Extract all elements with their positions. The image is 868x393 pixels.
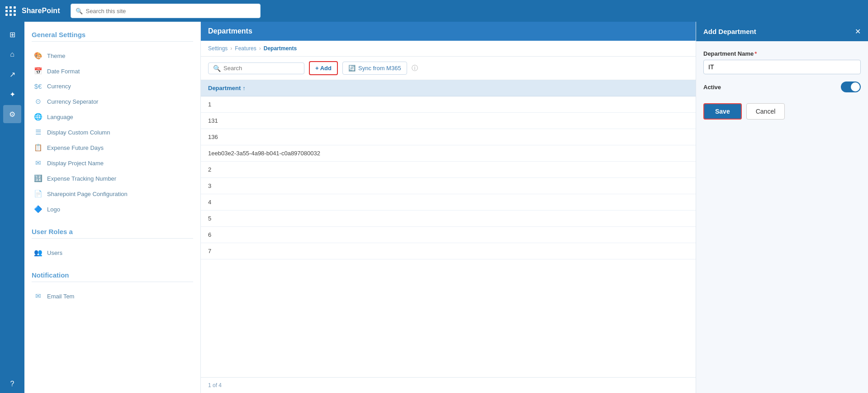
department-search-input[interactable] bbox=[223, 65, 299, 72]
top-nav: SharePoint 🔍 bbox=[0, 0, 868, 22]
settings-item-expense-future[interactable]: 📋 Expense Future Days bbox=[32, 140, 193, 155]
settings-item-logo[interactable]: 🔷 Logo bbox=[32, 201, 193, 217]
active-toggle[interactable] bbox=[841, 81, 861, 92]
settings-item-sharepoint-page-label: Sharepoint Page Configuration bbox=[47, 191, 128, 197]
sidebar-item-settings[interactable]: ⚙ bbox=[3, 105, 21, 123]
departments-toolbar: 🔍 + Add 🔄 Sync from M365 ⓘ bbox=[201, 57, 696, 80]
breadcrumb: Settings › Features › Departments bbox=[201, 41, 696, 57]
departments-pagination: 1 of 4 bbox=[201, 377, 696, 393]
currency-sep-icon: ⊙ bbox=[33, 97, 43, 105]
breadcrumb-settings[interactable]: Settings bbox=[208, 45, 228, 52]
cancel-button[interactable]: Cancel bbox=[746, 103, 785, 120]
table-row[interactable]: 2 bbox=[201, 162, 696, 178]
date-icon: 📅 bbox=[33, 67, 43, 75]
top-search-input[interactable] bbox=[85, 8, 256, 14]
sidebar-item-users[interactable]: ✦ bbox=[3, 85, 21, 103]
departments-header: Departments bbox=[201, 22, 696, 41]
save-button[interactable]: Save bbox=[703, 103, 742, 120]
table-row[interactable]: 4 bbox=[201, 194, 696, 211]
departments-title: Departments bbox=[208, 27, 252, 35]
settings-item-date-format[interactable]: 📅 Date Format bbox=[32, 63, 193, 79]
settings-item-expense-tracking[interactable]: 🔢 Expense Tracking Number bbox=[32, 171, 193, 186]
sidebar-item-home[interactable]: ⌂ bbox=[3, 45, 21, 63]
breadcrumb-sep-1: › bbox=[230, 45, 232, 52]
notifications-title: Notification bbox=[32, 271, 193, 282]
settings-item-email-template[interactable]: ✉ Email Tem bbox=[32, 288, 193, 304]
table-row[interactable]: 5 bbox=[201, 211, 696, 227]
search-icon: 🔍 bbox=[76, 8, 83, 14]
sidebar-item-apps[interactable]: ⊞ bbox=[3, 25, 21, 43]
sidebar-item-analytics[interactable]: ↗ bbox=[3, 65, 21, 83]
form-buttons: Save Cancel bbox=[703, 103, 861, 120]
departments-panel: Departments Settings › Features › Depart… bbox=[201, 22, 696, 393]
table-header-department: Department ↑ bbox=[201, 80, 696, 96]
display-custom-icon: ☰ bbox=[33, 128, 43, 136]
settings-item-date-label: Date Format bbox=[47, 68, 80, 75]
users-icon: 👥 bbox=[33, 249, 43, 257]
settings-item-email-template-label: Email Tem bbox=[47, 293, 74, 300]
table-row[interactable]: 3 bbox=[201, 178, 696, 194]
sync-icon: 🔄 bbox=[348, 65, 356, 72]
settings-item-currency-sep-label: Currency Seperator bbox=[47, 98, 98, 105]
add-department-title: Add Department bbox=[703, 28, 756, 35]
user-roles-title: User Roles a bbox=[32, 228, 193, 239]
close-panel-button[interactable]: ✕ bbox=[855, 27, 861, 36]
sort-icon: ↑ bbox=[242, 85, 246, 91]
search-icon: 🔍 bbox=[213, 65, 221, 72]
table-row[interactable]: 136 bbox=[201, 129, 696, 145]
display-project-icon: ✉ bbox=[33, 159, 43, 167]
active-field: Active bbox=[703, 81, 861, 92]
add-department-panel: Add Department ✕ Department Name* Active… bbox=[696, 22, 868, 393]
required-indicator: * bbox=[754, 50, 757, 57]
brand-logo: SharePoint bbox=[22, 7, 60, 15]
notifications-section: Notification ✉ Email Tem bbox=[32, 271, 193, 304]
settings-item-language-label: Language bbox=[47, 114, 73, 120]
settings-item-currency-label: Currency bbox=[47, 83, 71, 90]
active-label: Active bbox=[703, 84, 721, 91]
expense-tracking-icon: 🔢 bbox=[33, 174, 43, 182]
settings-item-display-project[interactable]: ✉ Display Project Name bbox=[32, 155, 193, 171]
settings-item-language[interactable]: 🌐 Language bbox=[32, 109, 193, 125]
settings-item-sharepoint-page[interactable]: 📄 Sharepoint Page Configuration bbox=[32, 186, 193, 201]
settings-item-users-label: Users bbox=[47, 249, 62, 256]
sync-m365-button[interactable]: 🔄 Sync from M365 bbox=[342, 62, 407, 75]
settings-item-theme-label: Theme bbox=[47, 53, 65, 59]
logo-icon: 🔷 bbox=[33, 205, 43, 213]
table-row[interactable]: 131 bbox=[201, 113, 696, 129]
expense-future-icon: 📋 bbox=[33, 144, 43, 152]
breadcrumb-features[interactable]: Features bbox=[235, 45, 256, 52]
settings-item-display-project-label: Display Project Name bbox=[47, 160, 104, 167]
breadcrumb-sep-2: › bbox=[259, 45, 261, 52]
apps-grid-icon[interactable] bbox=[5, 6, 16, 16]
settings-panel: General Settings 🎨 Theme 📅 Date Format $… bbox=[24, 22, 201, 393]
table-row[interactable]: 6 bbox=[201, 227, 696, 243]
main-area: ⊞ ⌂ ↗ ✦ ⚙ ? General Settings 🎨 Theme 📅 D… bbox=[0, 22, 868, 393]
language-icon: 🌐 bbox=[33, 113, 43, 121]
add-department-form: Department Name* Active Save Cancel bbox=[696, 41, 868, 129]
settings-item-expense-tracking-label: Expense Tracking Number bbox=[47, 175, 116, 182]
table-row[interactable]: 1eeb03e2-3a55-4a98-b041-c0a897080032 bbox=[201, 145, 696, 162]
settings-item-display-custom[interactable]: ☰ Display Custom Column bbox=[32, 125, 193, 140]
settings-item-display-custom-label: Display Custom Column bbox=[47, 129, 110, 136]
department-name-label: Department Name* bbox=[703, 50, 861, 57]
department-name-field: Department Name* bbox=[703, 50, 861, 74]
sidebar: ⊞ ⌂ ↗ ✦ ⚙ ? bbox=[0, 22, 24, 393]
add-department-button[interactable]: + Add bbox=[309, 61, 338, 75]
currency-icon: $€ bbox=[33, 82, 43, 90]
add-department-header: Add Department ✕ bbox=[696, 22, 868, 41]
settings-item-users[interactable]: 👥 Users bbox=[32, 245, 193, 260]
settings-item-theme[interactable]: 🎨 Theme bbox=[32, 48, 193, 63]
departments-table: Department ↑ 1 131 136 1eeb03e2-3a55-4a9… bbox=[201, 80, 696, 377]
table-row[interactable]: 7 bbox=[201, 243, 696, 259]
email-template-icon: ✉ bbox=[33, 292, 43, 300]
department-name-input[interactable] bbox=[703, 60, 861, 74]
settings-item-logo-label: Logo bbox=[47, 206, 60, 213]
department-search-box[interactable]: 🔍 bbox=[208, 62, 304, 74]
sidebar-item-help[interactable]: ? bbox=[3, 375, 21, 393]
table-row[interactable]: 1 bbox=[201, 96, 696, 113]
theme-icon: 🎨 bbox=[33, 52, 43, 60]
toggle-knob bbox=[851, 82, 860, 91]
settings-item-currency[interactable]: $€ Currency bbox=[32, 79, 193, 94]
top-search-box[interactable]: 🔍 bbox=[71, 4, 261, 18]
settings-item-currency-sep[interactable]: ⊙ Currency Seperator bbox=[32, 94, 193, 109]
